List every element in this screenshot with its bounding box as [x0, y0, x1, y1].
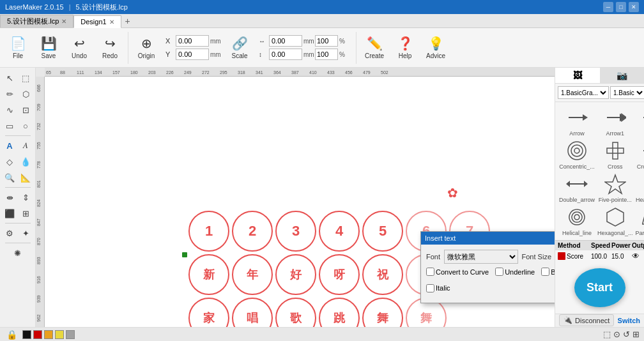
ungroup-tool[interactable]: ⊞ [18, 206, 33, 221]
convert-curve-check[interactable]: Convert to Curve [426, 268, 489, 276]
help-icon: ❓ [397, 36, 413, 51]
h-unit: mm [303, 51, 314, 58]
extra-tool[interactable]: ✦ [18, 225, 33, 241]
align-h-tool[interactable]: ⇼ [2, 190, 17, 205]
shape-double-arrow[interactable]: Double_arrow [559, 172, 595, 203]
svg-text:111: 111 [77, 70, 84, 75]
file-button[interactable]: 📄 File [4, 31, 32, 64]
convert-curve-checkbox[interactable] [426, 268, 434, 276]
refresh-icon[interactable]: ↺ [622, 329, 631, 340]
tab-file-label: 5.设计图模板.lcp [7, 17, 59, 26]
start-button[interactable]: Start [574, 268, 625, 307]
file-name: 5.设计图模板.lcp [76, 3, 128, 12]
italic-checkbox[interactable] [426, 284, 434, 292]
svg-marker-56 [605, 175, 625, 193]
undo-button[interactable]: ↩ Undo [65, 31, 93, 64]
curve-tool[interactable]: ∿ [2, 102, 17, 117]
redo-button[interactable]: ↪ Redo [96, 31, 124, 64]
svg-text:755: 755 [36, 142, 41, 149]
more-tool[interactable]: ✺ [10, 245, 26, 261]
x-input[interactable] [176, 35, 209, 47]
h-input[interactable] [269, 49, 302, 60]
edit-tool[interactable]: ⚙ [2, 225, 17, 241]
shape-helical[interactable]: Helical_line [559, 206, 595, 236]
canvas-area[interactable]: 65 88 111 134 157 180 203 226 249 272 29… [36, 68, 555, 327]
row2-circles: 新 年 好 呀 祝 祝 [188, 254, 447, 295]
switch-button[interactable]: Switch [618, 317, 640, 324]
subcategory-select[interactable]: 1.Basic [610, 86, 644, 99]
node-tool[interactable]: ⬡ [18, 86, 33, 102]
score-power: 15.0 [611, 253, 631, 260]
draw-tool[interactable]: ✏ [2, 86, 17, 102]
bold-check[interactable]: Bold [541, 268, 555, 276]
tab-design-label: Design1 [80, 18, 106, 26]
font-select[interactable]: 微软雅黑 [444, 250, 518, 264]
dialog-checkboxes: Convert to Curve Underline Bold Ita [426, 268, 555, 294]
shape-hexagonal[interactable]: Hexagonal_... [597, 206, 633, 236]
create-button[interactable]: ✏️ Create [360, 31, 388, 64]
color-black[interactable] [22, 330, 31, 339]
minimize-button[interactable]: ─ [603, 2, 613, 12]
shape-parallelogram[interactable]: Parallelogram [636, 206, 644, 236]
rect-tool[interactable]: ▭ [2, 118, 17, 133]
origin-icon: ⊕ [141, 36, 152, 51]
shape-cross[interactable]: Cross [597, 139, 633, 170]
lasso-icon[interactable]: ⊙ [613, 329, 621, 340]
align-v-tool[interactable]: ⇕ [18, 190, 33, 205]
lock-icon[interactable]: 🔒 [4, 330, 20, 340]
eyedrop-tool[interactable]: 💧 [18, 154, 33, 169]
underline-checkbox[interactable] [495, 268, 503, 276]
zoom-tool[interactable]: 🔍 [2, 170, 17, 185]
color-gray[interactable] [66, 330, 75, 339]
parallelogram-icon [641, 206, 644, 229]
tab-design-close[interactable]: ✕ [109, 19, 114, 26]
color-yellow[interactable] [55, 330, 64, 339]
shape-cross-arrow[interactable]: Cross_arrow [636, 139, 644, 170]
italic-check[interactable]: Italic [426, 284, 450, 292]
bold-checkbox[interactable] [541, 268, 549, 276]
close-button[interactable]: ✕ [629, 2, 639, 12]
shape-arrow1[interactable]: Arrow1 [597, 106, 633, 137]
grid-icon[interactable]: ⊞ [632, 329, 640, 340]
select-rect-tool[interactable]: ⬚ [18, 70, 33, 86]
color-orange[interactable] [44, 330, 53, 339]
help-button[interactable]: ❓ Help [391, 31, 419, 64]
measure-tool[interactable]: 📐 [18, 170, 33, 185]
category-select[interactable]: 1.BasicGra... [558, 86, 609, 99]
pct-h-input[interactable] [315, 49, 338, 60]
select-rect-bottom-icon[interactable]: ⬚ [602, 329, 611, 340]
disconnect-button[interactable]: 🔌 Disconnect [559, 314, 614, 326]
shape-arrow[interactable]: Arrow [559, 106, 595, 137]
y-input[interactable] [176, 49, 209, 60]
rp-tab-shapes[interactable]: 🖼 [555, 68, 600, 83]
text-tool[interactable]: A [2, 138, 17, 153]
origin-button[interactable]: ⊕ Origin [132, 31, 160, 64]
text2-tool[interactable]: 𝐴 [18, 138, 33, 153]
tab-file-close[interactable]: ✕ [61, 18, 66, 25]
circle-tool[interactable]: ○ [18, 118, 33, 133]
shape-concentric[interactable]: Concentric_... [559, 139, 595, 170]
shape-heart[interactable]: Heart-shaped [636, 172, 644, 203]
svg-text:732: 732 [36, 123, 41, 130]
tool5b[interactable]: ⊡ [18, 102, 33, 117]
group-tool[interactable]: ⬛ [2, 206, 17, 221]
save-button[interactable]: 💾 Save [34, 31, 63, 64]
underline-check[interactable]: Underline [495, 268, 535, 276]
pct-w-input[interactable] [315, 35, 338, 47]
heart-label: Heart-shaped [636, 197, 644, 203]
fill-tool[interactable]: ◇ [2, 154, 17, 169]
maximize-button[interactable]: □ [616, 2, 626, 12]
shape-arrow2[interactable]: Arrow2 [636, 106, 644, 137]
shape-five-point[interactable]: Five-pointe... [597, 172, 633, 203]
score-eye-icon[interactable]: 👁 [632, 252, 644, 261]
tab-file[interactable]: 5.设计图模板.lcp ✕ [0, 15, 73, 27]
rp-tab-photo[interactable]: 📷 [600, 68, 645, 83]
w-input[interactable] [269, 35, 302, 47]
tab-design[interactable]: Design1 ✕ [73, 15, 121, 28]
select-tool[interactable]: ↖ [2, 70, 17, 86]
color-red[interactable] [33, 330, 42, 339]
scale-button[interactable]: 🔗 Scale [226, 31, 254, 64]
tab-add-button[interactable]: + [121, 15, 134, 27]
advice-button[interactable]: 💡 Advice [422, 31, 450, 64]
canvas[interactable]: ✿ 年 1 2 3 4 5 6 7 新 年 [45, 77, 555, 327]
